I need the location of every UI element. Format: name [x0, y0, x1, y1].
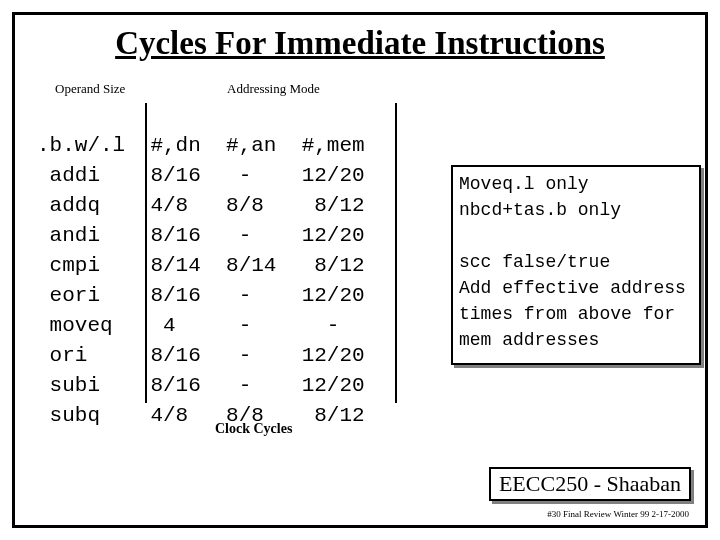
addressing-mode-label: Addressing Mode — [227, 81, 320, 97]
clock-cycles-label: Clock Cycles — [215, 421, 292, 437]
table-row: addq 4/8 8/8 8/12 — [37, 194, 365, 217]
table-row: addi 8/16 - 12/20 — [37, 164, 365, 187]
table-row: moveq 4 - - — [37, 314, 339, 337]
note-line: scc false/true — [459, 252, 610, 272]
divider-vertical-right — [395, 103, 397, 403]
note-line: nbcd+tas.b only — [459, 200, 621, 220]
table-row: ori 8/16 - 12/20 — [37, 344, 365, 367]
table-row: andi 8/16 - 12/20 — [37, 224, 365, 247]
note-line: Add effective address times from above f… — [459, 278, 697, 350]
table-header-row: .b.w/.l #,dn #,an #,mem — [37, 134, 365, 157]
table-row: cmpi 8/14 8/14 8/12 — [37, 254, 365, 277]
footer-small: #30 Final Review Winter 99 2-17-2000 — [547, 509, 689, 519]
instruction-table: .b.w/.l #,dn #,an #,mem addi 8/16 - 12/2… — [37, 101, 365, 431]
page-title: Cycles For Immediate Instructions — [15, 25, 705, 62]
table-row: subq 4/8 8/8 8/12 — [37, 404, 365, 427]
notes-box: Moveq.l only nbcd+tas.b only scc false/t… — [451, 165, 701, 365]
table-row: subi 8/16 - 12/20 — [37, 374, 365, 397]
operand-size-label: Operand Size — [55, 81, 125, 97]
table-row: eori 8/16 - 12/20 — [37, 284, 365, 307]
footer-badge: EECC250 - Shaaban — [489, 467, 691, 501]
slide: Cycles For Immediate Instructions Operan… — [12, 12, 708, 528]
note-line: Moveq.l only — [459, 174, 589, 194]
